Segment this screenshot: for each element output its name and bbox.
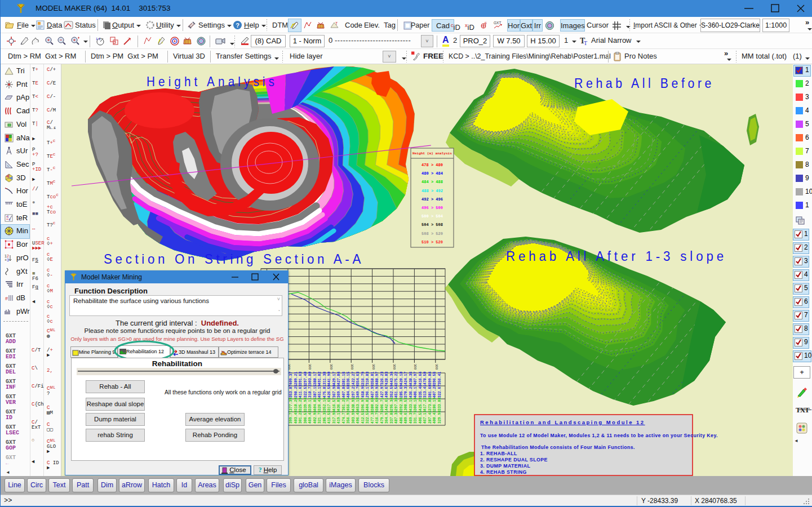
svg-text:406.55: 406.55 bbox=[419, 410, 423, 424]
svg-text:To use Module 12 of Model Make: To use Module 12 of Model Maker, Modules… bbox=[480, 433, 718, 438]
svg-text:300: 300 bbox=[308, 364, 312, 370]
svg-text:409.37: 409.37 bbox=[289, 371, 293, 385]
svg-text:335.46: 335.46 bbox=[419, 384, 423, 398]
svg-text:361.26: 361.26 bbox=[342, 397, 346, 411]
svg-text:484.68: 484.68 bbox=[347, 384, 350, 398]
svg-text:399.71: 399.71 bbox=[289, 410, 293, 424]
svg-text:Rehabilitation and Landscaping: Rehabilitation and Landscaping Module 12 bbox=[480, 419, 645, 425]
svg-text:311.38: 311.38 bbox=[323, 371, 327, 385]
svg-text:416.79: 416.79 bbox=[375, 410, 379, 424]
svg-text:388.17: 388.17 bbox=[313, 371, 317, 385]
svg-text:289.21: 289.21 bbox=[294, 371, 298, 385]
svg-text:2. RESHAPE DUAL SLOPE: 2. RESHAPE DUAL SLOPE bbox=[480, 457, 548, 462]
svg-text:380.60: 380.60 bbox=[371, 397, 375, 411]
svg-text:381.16: 381.16 bbox=[342, 371, 346, 385]
svg-text:1. REHAB-ALL: 1. REHAB-ALL bbox=[480, 451, 517, 456]
svg-text:469.39: 469.39 bbox=[409, 410, 413, 424]
svg-text:4. REHAB STRING: 4. REHAB STRING bbox=[480, 469, 527, 475]
svg-text:373.88: 373.88 bbox=[428, 397, 432, 411]
svg-text:300: 300 bbox=[350, 364, 354, 370]
svg-text:475.81: 475.81 bbox=[323, 384, 327, 398]
svg-text:427.97: 427.97 bbox=[380, 384, 384, 398]
svg-text:428.83: 428.83 bbox=[385, 371, 389, 385]
svg-text:306.10: 306.10 bbox=[414, 397, 418, 411]
svg-text:+3: +3 bbox=[5, 258, 9, 262]
svg-text:297.21: 297.21 bbox=[352, 384, 356, 398]
svg-text:510 > 520: 510 > 520 bbox=[421, 240, 443, 244]
svg-text:391.63: 391.63 bbox=[299, 371, 303, 385]
svg-text:364.91: 364.91 bbox=[385, 410, 389, 424]
svg-text:316.79: 316.79 bbox=[361, 371, 365, 385]
svg-text:1:1: 1:1 bbox=[96, 37, 101, 41]
svg-text:339.11: 339.11 bbox=[308, 397, 312, 411]
svg-text:487.34: 487.34 bbox=[394, 410, 398, 424]
svg-text:474.77: 474.77 bbox=[342, 410, 346, 424]
svg-text:359.92: 359.92 bbox=[375, 384, 379, 398]
svg-text:Height (m) analysis: Height (m) analysis bbox=[412, 152, 452, 155]
svg-text:436.82: 436.82 bbox=[337, 397, 341, 411]
svg-text:370.31: 370.31 bbox=[404, 384, 408, 398]
svg-text:407.97: 407.97 bbox=[414, 371, 418, 385]
svg-text:367.98: 367.98 bbox=[332, 384, 336, 398]
svg-text:496.43: 496.43 bbox=[356, 410, 360, 424]
svg-text:382.60: 382.60 bbox=[375, 397, 379, 411]
svg-text:322.67: 322.67 bbox=[438, 384, 442, 398]
svg-text:Height Analysis: Height Analysis bbox=[147, 74, 278, 89]
svg-text:381.60: 381.60 bbox=[428, 384, 432, 398]
svg-text:453.16: 453.16 bbox=[356, 397, 360, 411]
svg-text:387.15: 387.15 bbox=[313, 384, 317, 398]
svg-text:12: 12 bbox=[5, 254, 9, 258]
svg-text:326.43: 326.43 bbox=[318, 397, 322, 411]
svg-text:300: 300 bbox=[330, 364, 333, 370]
svg-text:336.15: 336.15 bbox=[347, 371, 350, 385]
svg-text:331.76: 331.76 bbox=[414, 410, 418, 424]
svg-text:442.61: 442.61 bbox=[385, 397, 389, 411]
svg-text:285.69: 285.69 bbox=[400, 384, 403, 398]
svg-text:306.71: 306.71 bbox=[380, 397, 384, 411]
svg-text:303.80: 303.80 bbox=[308, 371, 312, 385]
svg-text:300: 300 bbox=[393, 364, 396, 370]
svg-text:399.84: 399.84 bbox=[428, 371, 432, 385]
svg-text:420.18: 420.18 bbox=[400, 371, 403, 385]
svg-text:3. DUMP MATERIAL: 3. DUMP MATERIAL bbox=[480, 463, 530, 469]
svg-text:GXT: GXT bbox=[494, 21, 501, 25]
svg-text:297.40: 297.40 bbox=[304, 371, 308, 385]
svg-text:E: E bbox=[485, 21, 487, 25]
svg-text:484.81: 484.81 bbox=[366, 397, 370, 411]
svg-text:438.93: 438.93 bbox=[352, 397, 356, 411]
svg-text:286.19: 286.19 bbox=[433, 397, 437, 411]
svg-text:392.30: 392.30 bbox=[400, 397, 403, 411]
svg-text:295.34: 295.34 bbox=[390, 397, 394, 411]
svg-text:451.54: 451.54 bbox=[394, 384, 398, 398]
svg-text:322.55: 322.55 bbox=[366, 410, 370, 424]
svg-text:310.83: 310.83 bbox=[366, 371, 370, 385]
svg-text:467.99: 467.99 bbox=[371, 384, 375, 398]
svg-text:377.39: 377.39 bbox=[289, 397, 293, 411]
svg-text:300: 300 bbox=[435, 364, 438, 370]
svg-text:298.25: 298.25 bbox=[294, 384, 298, 398]
svg-text:488 > 492: 488 > 492 bbox=[421, 189, 443, 193]
svg-text:Rehab All After 1-3 slope: Rehab All After 1-3 slope bbox=[506, 249, 727, 264]
svg-text:425.29: 425.29 bbox=[419, 397, 423, 411]
svg-text:297.36: 297.36 bbox=[394, 397, 398, 411]
svg-text:306.53: 306.53 bbox=[304, 410, 308, 424]
svg-text:326.23: 326.23 bbox=[380, 371, 384, 385]
svg-text:285.36: 285.36 bbox=[323, 410, 327, 424]
svg-text:322.53: 322.53 bbox=[304, 384, 308, 398]
svg-text:496 > 500: 496 > 500 bbox=[421, 206, 443, 210]
svg-text:467.13: 467.13 bbox=[423, 410, 427, 424]
svg-text:416.57: 416.57 bbox=[332, 397, 336, 411]
svg-text:Rehab All Before: Rehab All Before bbox=[574, 76, 715, 91]
svg-text:369.86: 369.86 bbox=[337, 384, 341, 398]
svg-text:407.20: 407.20 bbox=[433, 384, 437, 398]
svg-text:337.88: 337.88 bbox=[390, 410, 394, 424]
svg-text:313.41: 313.41 bbox=[423, 384, 427, 398]
svg-text:489.61: 489.61 bbox=[404, 410, 408, 424]
svg-text:458.95: 458.95 bbox=[361, 384, 365, 398]
svg-text:356.41: 356.41 bbox=[438, 371, 442, 385]
svg-text:417.22: 417.22 bbox=[423, 397, 427, 411]
svg-text:443.34: 443.34 bbox=[390, 371, 394, 385]
svg-text:T: T bbox=[335, 21, 338, 25]
svg-text:407.84: 407.84 bbox=[342, 384, 346, 398]
svg-text:354.63: 354.63 bbox=[356, 371, 360, 385]
